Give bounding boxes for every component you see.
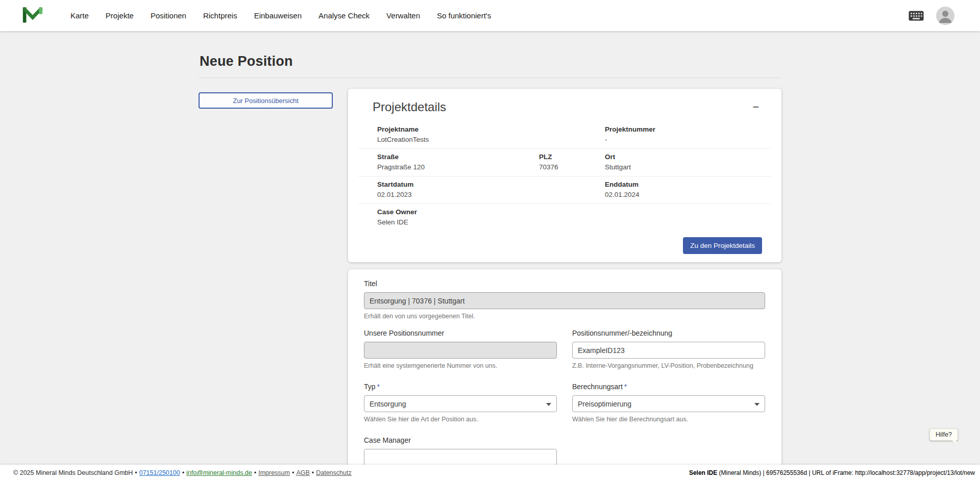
user-avatar[interactable] bbox=[936, 7, 954, 25]
agb-link[interactable]: AGB bbox=[296, 469, 309, 476]
unsere-positionsnummer-helper: Erhält eine systemgenerierte Nummer von … bbox=[364, 362, 557, 369]
phone-link[interactable]: 07151/250100 bbox=[139, 469, 180, 476]
nav-item-so-funktionierts[interactable]: So funktioniert's bbox=[437, 11, 491, 20]
projektname-field: Projektname LotCreationTests bbox=[377, 125, 605, 143]
positionsbezeichnung-input[interactable] bbox=[572, 342, 765, 359]
berechnungsart-label: Berechnungsart bbox=[572, 383, 623, 391]
chevron-down-icon bbox=[754, 403, 760, 406]
nav-item-analyse-check[interactable]: Analyse Check bbox=[318, 11, 370, 20]
unsere-positionsnummer-field: Unsere Positionsnummer Erhält eine syste… bbox=[364, 329, 557, 369]
project-row-owner: Case Owner Selen IDE bbox=[358, 204, 771, 231]
collapse-button[interactable]: − bbox=[748, 100, 763, 114]
keyboard-icon[interactable] bbox=[909, 11, 924, 21]
positionsbezeichnung-label: Positionsnummer/-bezeichnung bbox=[572, 329, 765, 337]
footer-user-name: Selen IDE bbox=[689, 469, 717, 476]
startdatum-label: Startdatum bbox=[377, 181, 605, 188]
nav-item-verwalten[interactable]: Verwalten bbox=[386, 11, 420, 20]
projektnummer-field: Projektnummer - bbox=[605, 125, 771, 143]
berechnungsart-helper: Wählen Sie hier die Berechnungsart aus. bbox=[572, 416, 765, 423]
projektnummer-value: - bbox=[605, 136, 771, 143]
footer-left: © 2025 Mineral Minds Deutschland GmbH•07… bbox=[13, 469, 352, 476]
titel-input bbox=[364, 292, 765, 309]
title-divider bbox=[199, 78, 781, 78]
enddatum-field: Enddatum 02.01.2024 bbox=[605, 181, 771, 198]
footer-user-details: (Mineral Minds) | 69576255536d | URL of … bbox=[717, 469, 975, 476]
project-details-card: Projektdetails − Projektname LotCreation… bbox=[348, 89, 781, 262]
mineral-minds-logo[interactable] bbox=[22, 5, 43, 26]
datenschutz-link[interactable]: Datenschutz bbox=[316, 469, 351, 476]
plz-label: PLZ bbox=[539, 153, 605, 161]
project-details-rows: Projektname LotCreationTests Projektnumm… bbox=[358, 121, 771, 231]
new-position-form-card: Titel Erhält den von uns vorgegebenen Ti… bbox=[348, 269, 781, 465]
header-actions bbox=[909, 7, 954, 25]
startdatum-value: 02.01.2023 bbox=[377, 191, 605, 198]
case-manager-field: Case Manager bbox=[364, 436, 557, 465]
projektname-label: Projektname bbox=[377, 125, 605, 133]
separator-dot: • bbox=[312, 469, 314, 476]
help-button[interactable]: Hilfe? bbox=[929, 428, 958, 441]
nav-item-einbauweisen[interactable]: Einbauweisen bbox=[254, 11, 302, 20]
unsere-positionsnummer-input bbox=[364, 342, 557, 359]
plz-value: 70376 bbox=[539, 163, 605, 171]
project-row-address: Straße Pragstraße 120 PLZ 70376 Ort Stut… bbox=[358, 148, 771, 176]
ort-value: Stuttgart bbox=[605, 163, 771, 171]
typ-helper: Wählen Sie hier die Art der Position aus… bbox=[364, 416, 557, 423]
separator-dot: • bbox=[292, 469, 294, 476]
nav-item-positionen[interactable]: Positionen bbox=[151, 11, 186, 20]
titel-field: Titel Erhält den von uns vorgegebenen Ti… bbox=[364, 280, 765, 320]
plz-field: PLZ 70376 bbox=[539, 153, 605, 171]
email-link[interactable]: info@mineral-minds.de bbox=[186, 469, 252, 476]
strasse-label: Straße bbox=[377, 153, 539, 161]
berechnungsart-select-value: Preisoptimierung bbox=[578, 400, 631, 408]
separator-dot: • bbox=[182, 469, 184, 476]
typ-label: Typ bbox=[364, 383, 376, 391]
enddatum-label: Enddatum bbox=[605, 181, 771, 188]
back-to-positions-button[interactable]: Zur Positionsübersicht bbox=[199, 92, 333, 109]
projektname-value: LotCreationTests bbox=[377, 136, 605, 143]
typ-select-value: Entsorgung bbox=[370, 400, 406, 408]
nav-item-richtpreis[interactable]: Richtpreis bbox=[203, 11, 237, 20]
berechnungsart-field: Berechnungsart* Preisoptimierung Wählen … bbox=[572, 383, 765, 423]
case-owner-value: Selen IDE bbox=[377, 218, 771, 226]
footer-user-info: Selen IDE (Mineral Minds) | 69576255536d… bbox=[689, 469, 975, 476]
case-owner-label: Case Owner bbox=[377, 208, 771, 216]
case-owner-field: Case Owner Selen IDE bbox=[377, 208, 771, 226]
startdatum-field: Startdatum 02.01.2023 bbox=[377, 181, 605, 198]
right-column: Projektdetails − Projektname LotCreation… bbox=[348, 89, 781, 465]
main-nav: Karte Projekte Positionen Richtpreis Ein… bbox=[70, 11, 491, 20]
nav-item-projekte[interactable]: Projekte bbox=[106, 11, 134, 20]
projektnummer-label: Projektnummer bbox=[605, 125, 771, 133]
enddatum-value: 02.01.2024 bbox=[605, 191, 771, 198]
strasse-value: Pragstraße 120 bbox=[377, 163, 539, 171]
footer: © 2025 Mineral Minds Deutschland GmbH•07… bbox=[0, 465, 980, 481]
ort-field: Ort Stuttgart bbox=[605, 153, 771, 171]
separator-dot: • bbox=[135, 469, 137, 476]
titel-label: Titel bbox=[364, 280, 765, 288]
strasse-field: Straße Pragstraße 120 bbox=[377, 153, 539, 171]
logo-m-icon bbox=[22, 5, 43, 26]
typ-field: Typ* Entsorgung Wählen Sie hier die Art … bbox=[364, 383, 557, 423]
typ-select[interactable]: Entsorgung bbox=[364, 395, 557, 412]
chevron-down-icon bbox=[546, 403, 551, 406]
top-navigation-bar: Karte Projekte Positionen Richtpreis Ein… bbox=[0, 0, 980, 31]
page-body: Neue Position Zur Positionsübersicht Pro… bbox=[0, 31, 980, 465]
impressum-link[interactable]: Impressum bbox=[258, 469, 290, 476]
unsere-positionsnummer-label: Unsere Positionsnummer bbox=[364, 329, 557, 337]
nav-item-karte[interactable]: Karte bbox=[70, 11, 89, 20]
case-manager-input[interactable] bbox=[364, 449, 557, 465]
project-details-title: Projektdetails bbox=[373, 100, 446, 114]
project-row-name-number: Projektname LotCreationTests Projektnumm… bbox=[358, 121, 771, 148]
berechnungsart-select[interactable]: Preisoptimierung bbox=[572, 395, 765, 412]
positionsbezeichnung-field: Positionsnummer/-bezeichnung Z.B. Intern… bbox=[572, 329, 765, 369]
berechnungsart-required-marker: * bbox=[624, 383, 627, 391]
positionsbezeichnung-helper: Z.B. Interne-Vorgangsnummer, LV-Position… bbox=[572, 362, 765, 369]
titel-helper: Erhält den von uns vorgegebenen Titel. bbox=[364, 313, 765, 320]
separator-dot: • bbox=[254, 469, 256, 476]
copyright-text: © 2025 Mineral Minds Deutschland GmbH bbox=[13, 469, 133, 476]
page-title: Neue Position bbox=[200, 54, 781, 69]
typ-required-marker: * bbox=[377, 383, 380, 391]
ort-label: Ort bbox=[605, 153, 771, 161]
left-column: Zur Positionsübersicht bbox=[199, 89, 333, 109]
go-to-project-details-button[interactable]: Zu den Projektdetails bbox=[683, 237, 762, 254]
project-row-dates: Startdatum 02.01.2023 Enddatum 02.01.202… bbox=[358, 176, 771, 204]
